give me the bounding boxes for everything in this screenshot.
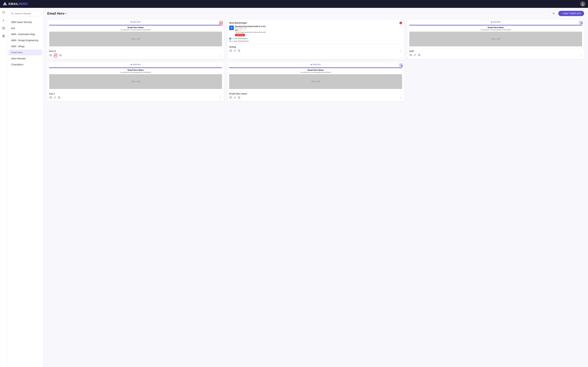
template-name: test 2 (49, 92, 222, 95)
preview-icon[interactable] (49, 54, 52, 57)
thumbnail-image: 600 x 400 (409, 32, 582, 46)
svg-point-2 (582, 3, 583, 4)
svg-rect-47 (401, 64, 403, 65)
copy-icon[interactable] (418, 54, 421, 57)
svg-point-24 (50, 55, 51, 56)
svg-rect-20 (4, 37, 5, 37)
stats-row: 👥 3 Neue Gehaltangaben 📊 1 Neue Kulturbe… (229, 37, 402, 42)
card-settings-icon[interactable] (579, 21, 583, 25)
stat-count: 3 Neue Gehaltangaben (233, 38, 248, 39)
icon-bar-notifications[interactable] (1, 10, 6, 15)
preview-icon[interactable] (49, 96, 52, 99)
more-options-icon[interactable]: ⋮ (399, 49, 402, 53)
thumbnail-header: Email Hero News The publisher's email te… (409, 25, 582, 31)
template-name: testing (229, 46, 402, 48)
template-name: Email Hero News (229, 92, 402, 95)
template-card: ◆ Email Hero (407, 20, 584, 59)
svg-point-28 (229, 50, 232, 52)
preview-icon[interactable] (409, 54, 412, 57)
card-settings-icon[interactable] (399, 64, 403, 68)
card-preview: Neue Bewertungen 8 R Randstad Deutschlan… (227, 20, 404, 44)
badge-text: Email Hero (133, 64, 141, 65)
sidebar-item-abm-super-security[interactable]: ABM Super Security (9, 19, 42, 25)
icon-bar-grid[interactable] (1, 25, 6, 31)
card-thumbnail: Email Hero News The publisher's email te… (49, 67, 222, 89)
more-options-icon[interactable]: ⋮ (579, 53, 582, 57)
svg-rect-45 (58, 97, 60, 98)
edit-icon[interactable] (414, 54, 416, 57)
svg-rect-54 (238, 97, 240, 98)
card-preview: ◆ Email Hero Email Hero News The publish… (47, 62, 224, 91)
company-info: Randstad Deutschland GmbH & Co KG 📍 Esch… (235, 25, 402, 36)
diamond-icon: ◆ (311, 64, 312, 65)
search-input[interactable] (15, 12, 42, 15)
sidebar-item-inbox-monster[interactable]: Inbox Monster (9, 56, 42, 61)
svg-line-25 (56, 55, 56, 55)
action-icons (49, 53, 62, 58)
card-preview: ◆ Email Hero ⊞ Email Hero News The publi… (47, 20, 224, 49)
chevron-down-icon[interactable]: ▾ (65, 12, 66, 15)
svg-rect-17 (4, 36, 5, 36)
svg-rect-46 (400, 64, 401, 65)
edit-icon[interactable] (234, 50, 236, 52)
company-row: R Randstad Deutschland GmbH & Co KG 📍 Es… (229, 25, 402, 36)
svg-rect-10 (2, 28, 3, 29)
svg-point-23 (49, 54, 52, 56)
edit-icon[interactable] (234, 96, 236, 99)
svg-point-42 (49, 97, 52, 99)
stat-item-kulturbewertung: 📊 1 Neue Kulturbewertung (229, 40, 402, 42)
thumbnail-subtitle: The publisher's email templating SUPERHE… (409, 29, 582, 31)
preview-icon[interactable] (229, 50, 232, 52)
search-button[interactable] (551, 10, 557, 17)
template-card: ◆ Email Hero Email Hero News The publish… (47, 62, 224, 101)
edit-icon[interactable] (54, 96, 56, 99)
svg-rect-11 (4, 28, 5, 29)
preview-icon[interactable] (229, 96, 232, 99)
card-brand-badge: ◆ Email Hero (491, 21, 501, 23)
icon-bar-tools[interactable] (1, 18, 6, 23)
template-grid: ◆ Email Hero ⊞ Email Hero News The publi… (47, 20, 584, 101)
svg-rect-15 (2, 36, 3, 36)
search-box[interactable]: 🔍 + (9, 10, 41, 17)
sidebar-item-email-hero[interactable]: Email Hero (9, 50, 42, 55)
more-options-icon[interactable]: ⋮ (399, 96, 402, 100)
sidebar-item-chamaileon[interactable]: Chamaileon (9, 62, 42, 67)
bewertungen-title: Neue Bewertungen (229, 22, 247, 24)
logo[interactable]: EMAILHERO (3, 2, 28, 6)
user-avatar[interactable] (580, 1, 585, 7)
thumbnail-subtitle: The publisher's email templating SUPERHE… (49, 72, 222, 73)
top-navigation: EMAILHERO (0, 0, 588, 8)
thumbnail-title: Email Hero News (49, 26, 222, 29)
card-actions: ⋮ (49, 96, 222, 100)
card-preview: ◆ Email Hero (407, 20, 584, 49)
more-options-icon[interactable]: ⋮ (219, 96, 222, 100)
copy-icon[interactable] (59, 54, 62, 57)
thumbnail-title: Email Hero News (229, 69, 402, 71)
copy-icon[interactable] (238, 49, 240, 53)
sidebar-item-abm-automation-mag[interactable]: ABM - Automation Mag (9, 31, 42, 37)
copy-icon[interactable] (238, 96, 240, 100)
diamond-icon: ◆ (130, 64, 132, 65)
brand-title[interactable]: Email Hero ▾ (47, 12, 66, 15)
card-settings-icon[interactable]: ⊞ (219, 21, 223, 25)
stat-icon-people: 👥 (229, 37, 232, 40)
thumbnail-image: 600 x 400 (49, 32, 222, 46)
svg-point-21 (553, 12, 554, 14)
icon-bar-apps[interactable] (1, 33, 6, 39)
svg-rect-33 (580, 21, 581, 22)
thumbnail-header: Email Hero News The publisher's email te… (49, 25, 222, 31)
badge-text: Email Hero (312, 64, 320, 65)
sidebar-item-abm-wings[interactable]: ABM - Wings (9, 43, 42, 49)
svg-rect-34 (581, 21, 583, 22)
svg-point-3 (582, 4, 584, 6)
more-options-icon[interactable]: ⋮ (219, 54, 222, 57)
sidebar-item-test[interactable]: test (9, 25, 42, 31)
edit-icon[interactable] (54, 53, 57, 58)
jetzt-lesen-button[interactable]: Jetzt lesen (235, 34, 245, 36)
sidebar-item-abm-design-engineering[interactable]: ABM - Design Engineering (9, 37, 42, 43)
svg-point-52 (230, 97, 231, 98)
new-template-button[interactable]: + NEW TEMPLATE (558, 11, 584, 16)
svg-point-39 (410, 55, 411, 55)
copy-icon[interactable] (58, 96, 60, 100)
header-actions: + NEW TEMPLATE (551, 10, 584, 17)
